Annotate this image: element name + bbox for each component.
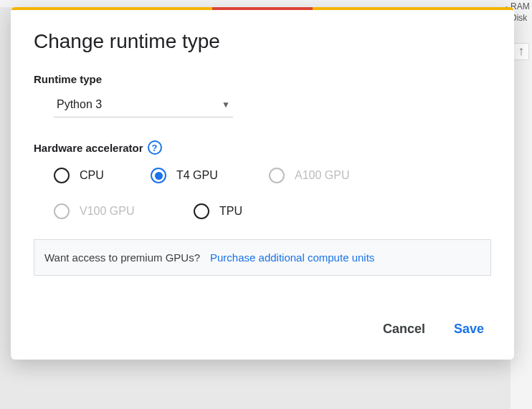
promo-text: Want access to premium GPUs? bbox=[44, 251, 200, 264]
radio-t4-gpu[interactable]: T4 GPU bbox=[151, 168, 269, 183]
purchase-compute-units-link[interactable]: Purchase additional compute units bbox=[210, 251, 374, 264]
hardware-accelerator-label: Hardware accelerator bbox=[34, 142, 143, 154]
hardware-accelerator-options: CPU T4 GPU A100 GPU V100 GPU T bbox=[54, 168, 491, 219]
caret-down-icon: ▼ bbox=[222, 100, 230, 110]
dialog-title: Change runtime type bbox=[34, 30, 491, 53]
radio-icon bbox=[54, 168, 70, 183]
help-icon[interactable]: ? bbox=[148, 140, 162, 155]
radio-v100-gpu: V100 GPU bbox=[54, 203, 194, 219]
runtime-type-label: Runtime type bbox=[34, 73, 491, 85]
radio-icon bbox=[151, 168, 166, 183]
radio-a100-gpu: A100 GPU bbox=[269, 168, 398, 183]
radio-cpu[interactable]: CPU bbox=[54, 168, 151, 183]
radio-icon bbox=[269, 168, 285, 183]
runtime-type-select[interactable]: Python 3 ▼ bbox=[54, 94, 233, 117]
radio-icon bbox=[194, 203, 209, 219]
radio-tpu[interactable]: TPU bbox=[194, 203, 242, 219]
runtime-type-value: Python 3 bbox=[57, 98, 102, 111]
upload-icon[interactable]: ↑ bbox=[513, 43, 529, 60]
premium-gpu-promo: Want access to premium GPUs? Purchase ad… bbox=[34, 239, 491, 276]
change-runtime-dialog: Change runtime type Runtime type Python … bbox=[11, 7, 514, 360]
cancel-button[interactable]: Cancel bbox=[379, 319, 429, 340]
save-button[interactable]: Save bbox=[450, 319, 488, 340]
radio-icon bbox=[54, 203, 70, 219]
